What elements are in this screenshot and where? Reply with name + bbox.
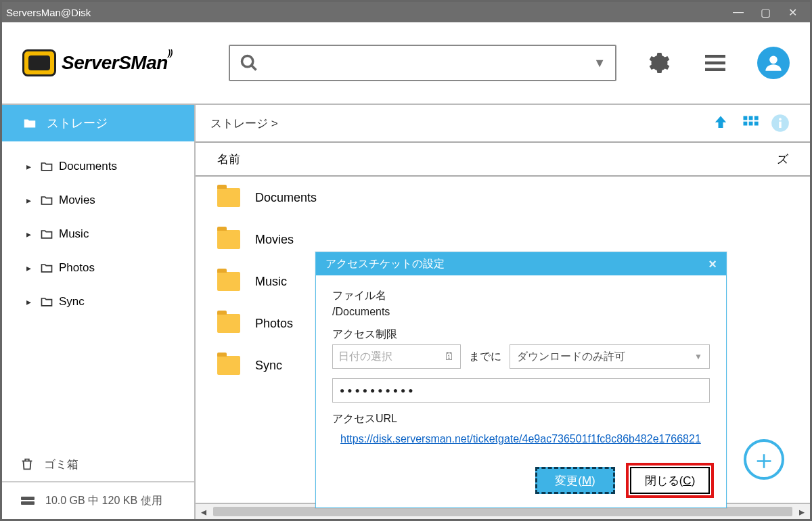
svg-point-8 — [23, 498, 24, 499]
file-name: Music — [255, 275, 287, 289]
date-input[interactable]: 日付の選択 🗓 — [332, 344, 461, 369]
change-button[interactable]: 変更(M) — [535, 467, 615, 494]
folder-icon — [217, 356, 240, 375]
folder-icon — [217, 188, 240, 207]
folder-icon — [217, 314, 240, 333]
chevron-down-icon: ▼ — [694, 352, 702, 361]
logo-text: ServerSMan)) — [62, 52, 173, 74]
access-ticket-dialog: アクセスチケットの設定 × ファイル名 /Documents アクセス制限 日付… — [315, 252, 727, 508]
access-limit-label: アクセス制限 — [332, 327, 710, 342]
list-item[interactable]: Documents — [196, 177, 810, 219]
chevron-right-icon: ▸ — [26, 195, 35, 206]
user-icon — [764, 53, 783, 72]
dialog-title: アクセスチケットの設定 — [325, 257, 708, 271]
settings-button[interactable] — [644, 48, 673, 78]
storage-usage: 10.0 GB 中 120 KB 使用 — [2, 481, 194, 519]
folder-icon — [40, 160, 53, 173]
file-name: Movies — [255, 233, 294, 247]
upload-icon — [711, 114, 730, 133]
search-input[interactable] — [258, 56, 593, 70]
close-button[interactable]: 閉じる(C) — [630, 467, 710, 494]
chevron-right-icon: ▸ — [26, 296, 35, 307]
trash-label: ゴミ箱 — [44, 457, 78, 472]
menu-button[interactable] — [700, 48, 730, 78]
scroll-left-icon[interactable]: ◂ — [196, 505, 212, 518]
body: ストレージ ▸ Documents ▸ Movies ▸ Music — [2, 104, 810, 519]
column-name[interactable]: 名前 — [217, 152, 734, 167]
svg-rect-3 — [705, 62, 725, 65]
folder-open-icon — [22, 116, 37, 131]
sidebar-item-label: Documents — [59, 160, 117, 173]
sidebar-tree: ▸ Documents ▸ Movies ▸ Music ▸ P — [2, 141, 194, 327]
search-box[interactable]: ▼ — [229, 45, 616, 81]
column-size[interactable]: ズ — [734, 152, 788, 167]
app-window: ServersMan@Disk — ▢ ✕ ServerSMan)) ▼ — [0, 0, 812, 521]
sidebar-item-label: Photos — [59, 261, 95, 275]
sidebar-item-label: Sync — [59, 295, 85, 309]
account-button[interactable] — [757, 47, 790, 79]
add-button[interactable]: ＋ — [744, 439, 784, 480]
app-logo: ServerSMan)) — [22, 45, 202, 81]
sidebar-item-sync[interactable]: ▸ Sync — [2, 285, 194, 319]
sidebar-storage-label: ストレージ — [47, 115, 108, 131]
sidebar-spacer — [2, 327, 194, 447]
svg-rect-14 — [749, 122, 753, 126]
svg-point-5 — [769, 56, 777, 64]
dialog-titlebar[interactable]: アクセスチケットの設定 × — [316, 252, 726, 275]
svg-line-1 — [252, 66, 256, 70]
sidebar-item-label: Music — [59, 227, 89, 241]
folder-icon — [40, 261, 53, 275]
file-name-label: ファイル名 — [332, 289, 710, 303]
folder-icon — [40, 295, 53, 309]
folder-icon — [217, 230, 240, 249]
sidebar-storage-header[interactable]: ストレージ — [2, 105, 194, 141]
sidebar-item-music[interactable]: ▸ Music — [2, 217, 194, 251]
svg-rect-4 — [705, 68, 725, 72]
access-url-link[interactable]: https://disk.serversman.net/ticketgate/4… — [332, 429, 710, 448]
chevron-right-icon: ▸ — [26, 263, 35, 273]
search-icon — [240, 53, 258, 72]
view-grid-button[interactable] — [736, 114, 765, 133]
folder-icon — [217, 272, 240, 291]
svg-point-0 — [242, 56, 253, 67]
until-label: までに — [469, 350, 501, 364]
svg-rect-15 — [754, 122, 759, 126]
svg-point-18 — [779, 118, 782, 120]
file-name-value: /Documents — [332, 306, 710, 318]
logo-icon — [22, 49, 56, 76]
folder-icon — [40, 227, 53, 241]
scroll-right-icon[interactable]: ▸ — [794, 505, 810, 518]
permission-value: ダウンロードのみ許可 — [517, 350, 625, 364]
info-icon — [771, 114, 790, 133]
minimize-button[interactable]: — — [725, 6, 752, 18]
titlebar: ServersMan@Disk — ▢ ✕ — [2, 2, 810, 22]
svg-rect-11 — [749, 116, 753, 120]
maximize-button[interactable]: ▢ — [752, 6, 779, 19]
scrollbar-thumb[interactable] — [213, 507, 792, 516]
sidebar-trash[interactable]: ゴミ箱 — [2, 447, 194, 481]
sidebar: ストレージ ▸ Documents ▸ Movies ▸ Music — [2, 105, 196, 519]
calendar-icon[interactable]: 🗓 — [444, 350, 455, 363]
breadcrumb[interactable]: ストレージ > — [210, 116, 278, 131]
breadcrumb-bar: ストレージ > — [196, 105, 810, 143]
grid-icon — [741, 114, 760, 133]
chevron-right-icon: ▸ — [26, 161, 35, 172]
search-dropdown-caret[interactable]: ▼ — [593, 56, 606, 70]
password-field[interactable]: ●●●●●●●●●● — [332, 378, 710, 403]
storage-usage-text: 10.0 GB 中 120 KB 使用 — [45, 494, 162, 508]
file-name: Photos — [255, 317, 293, 331]
dialog-close-button[interactable]: × — [708, 256, 717, 272]
access-limit-row: 日付の選択 🗓 までに ダウンロードのみ許可 ▼ — [332, 344, 710, 369]
sidebar-item-photos[interactable]: ▸ Photos — [2, 251, 194, 285]
svg-rect-13 — [744, 122, 748, 126]
close-window-button[interactable]: ✕ — [779, 6, 806, 19]
password-mask: ●●●●●●●●●● — [340, 386, 415, 395]
sidebar-item-documents[interactable]: ▸ Documents — [2, 150, 194, 183]
upload-button[interactable] — [706, 114, 736, 133]
svg-rect-10 — [744, 116, 748, 120]
date-placeholder: 日付の選択 — [338, 350, 392, 364]
info-button[interactable] — [765, 114, 795, 133]
permission-dropdown[interactable]: ダウンロードのみ許可 ▼ — [510, 344, 710, 369]
sidebar-item-movies[interactable]: ▸ Movies — [2, 183, 194, 217]
sidebar-item-label: Movies — [59, 194, 95, 207]
